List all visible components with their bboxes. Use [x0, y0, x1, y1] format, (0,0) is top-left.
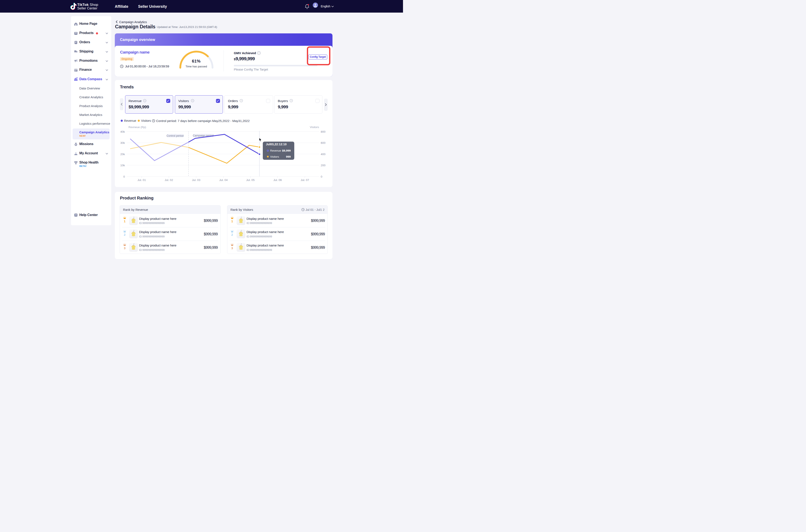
- svg-text:?: ?: [258, 52, 260, 54]
- svg-text:Visitors: Visitors: [310, 126, 319, 129]
- svg-text:0: 0: [123, 175, 125, 178]
- svg-text:?: ?: [241, 100, 242, 102]
- svg-text:Jul. 04: Jul. 04: [219, 178, 228, 182]
- svg-text:Jul03,22:12:10: Jul03,22:12:10: [266, 142, 287, 146]
- svg-text:40k: 40k: [120, 130, 125, 133]
- svg-text:200: 200: [321, 164, 326, 167]
- svg-text:800: 800: [321, 130, 326, 133]
- svg-text:?: ?: [291, 100, 292, 102]
- svg-text:Jul. 01: Jul. 01: [137, 178, 146, 182]
- svg-text:Revenue: Revenue: [270, 149, 281, 152]
- svg-text:30k: 30k: [120, 141, 125, 145]
- svg-text:Jul. 03: Jul. 03: [192, 178, 200, 182]
- svg-text:999: 999: [286, 155, 291, 158]
- svg-text:?: ?: [75, 214, 76, 216]
- svg-text:0: 0: [321, 175, 322, 178]
- svg-text:Jul. 02: Jul. 02: [165, 178, 173, 182]
- svg-text:20k: 20k: [120, 153, 125, 156]
- svg-text:?: ?: [192, 100, 193, 102]
- svg-text:$9,999: $9,999: [282, 149, 291, 152]
- svg-text:Jul. 06: Jul. 06: [273, 178, 282, 182]
- svg-text:Control period: Control period: [167, 134, 184, 137]
- svg-text:Jul. 05: Jul. 05: [246, 178, 255, 182]
- svg-text:600: 600: [321, 141, 326, 145]
- svg-text:?: ?: [144, 100, 145, 102]
- svg-text:10k: 10k: [120, 164, 125, 167]
- svg-text:Jul. 07: Jul. 07: [301, 178, 309, 182]
- svg-text:Visitors: Visitors: [270, 155, 279, 158]
- svg-text:400: 400: [321, 153, 326, 156]
- svg-text:Revneue (Rp): Revneue (Rp): [129, 126, 146, 129]
